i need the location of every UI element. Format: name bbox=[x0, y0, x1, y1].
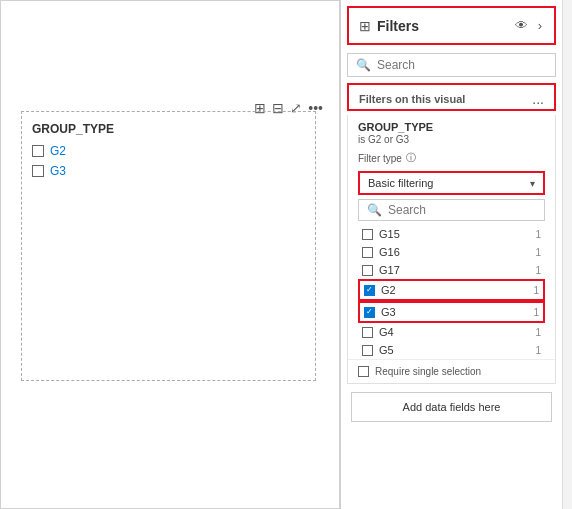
search-icon: 🔍 bbox=[356, 58, 371, 72]
inner-search-bar[interactable]: 🔍 bbox=[358, 199, 545, 221]
filter-item-count: 1 bbox=[535, 229, 541, 240]
filter-type-row: Filter type ⓘ bbox=[348, 147, 555, 169]
filter-item-checkbox[interactable] bbox=[362, 229, 373, 240]
filter-item-checkbox[interactable] bbox=[362, 247, 373, 258]
item-label-g3: G3 bbox=[50, 164, 66, 178]
filter-item-count: 1 bbox=[535, 247, 541, 258]
filter-type-label: Filter type bbox=[358, 153, 402, 164]
filter-item-count: 1 bbox=[535, 327, 541, 338]
filter-field-name: GROUP_TYPE bbox=[358, 121, 545, 133]
section-more-btn[interactable]: ... bbox=[532, 91, 544, 107]
filter-item-name: G4 bbox=[379, 326, 394, 338]
filters-title: Filters bbox=[377, 18, 419, 34]
filter-type-dropdown-label: Basic filtering bbox=[368, 177, 433, 189]
filter-item-left: G5 bbox=[362, 344, 394, 356]
filters-header-icons: 👁 › bbox=[513, 16, 544, 35]
filter-item-name: G17 bbox=[379, 264, 400, 276]
filter-list-item[interactable]: G51 bbox=[358, 341, 545, 359]
filter-item-left: G3 bbox=[364, 306, 396, 318]
filter-list-item[interactable]: G171 bbox=[358, 261, 545, 279]
item-checkbox-g2[interactable] bbox=[32, 145, 44, 157]
arrow-icon-btn[interactable]: › bbox=[536, 16, 544, 35]
left-panel: ⊞ ⊟ ⤢ ••• GROUP_TYPE G2 G3 bbox=[0, 0, 340, 509]
item-checkbox-g3[interactable] bbox=[32, 165, 44, 177]
filter-items-list: G151G161G171G21G31G41G51 bbox=[358, 225, 545, 359]
filter-list-item[interactable]: G161 bbox=[358, 243, 545, 261]
filters-panel: ⊞ Filters 👁 › 🔍 Filters on this visual .… bbox=[340, 0, 562, 509]
filter-item-count: 1 bbox=[533, 285, 539, 296]
filter-field-value: is G2 or G3 bbox=[358, 134, 545, 145]
filter-list-item[interactable]: G21 bbox=[358, 279, 545, 301]
filter-type-dropdown[interactable]: Basic filtering ▾ bbox=[358, 171, 545, 195]
filter-item-left: G16 bbox=[362, 246, 400, 258]
filter-item-checkbox[interactable] bbox=[362, 327, 373, 338]
filter-item-name: G5 bbox=[379, 344, 394, 356]
filter-card-header: GROUP_TYPE is G2 or G3 bbox=[348, 115, 555, 147]
filter-list-item[interactable]: G41 bbox=[358, 323, 545, 341]
item-label-g2: G2 bbox=[50, 144, 66, 158]
filter-item-count: 1 bbox=[535, 265, 541, 276]
require-single-checkbox[interactable] bbox=[358, 366, 369, 377]
add-data-fields-btn[interactable]: Add data fields here bbox=[351, 392, 552, 422]
filter-item-checkbox[interactable] bbox=[362, 265, 373, 276]
section-label: Filters on this visual bbox=[359, 93, 465, 105]
top-search-input[interactable] bbox=[377, 58, 547, 72]
require-single-label: Require single selection bbox=[375, 366, 481, 377]
visual-field-name: GROUP_TYPE bbox=[32, 122, 305, 136]
filter-item-name: G3 bbox=[381, 306, 396, 318]
list-item[interactable]: G3 bbox=[32, 164, 305, 178]
top-search-bar[interactable]: 🔍 bbox=[347, 53, 556, 77]
filter-item-count: 1 bbox=[533, 307, 539, 318]
filter-type-info-icon: ⓘ bbox=[406, 151, 416, 165]
list-item[interactable]: G2 bbox=[32, 144, 305, 158]
filter-item-count: 1 bbox=[535, 345, 541, 356]
filter-list-item[interactable]: G31 bbox=[358, 301, 545, 323]
filters-title-row: ⊞ Filters bbox=[359, 18, 419, 34]
filter-item-left: G15 bbox=[362, 228, 400, 240]
filter-item-checkbox[interactable] bbox=[362, 345, 373, 356]
inner-search-icon: 🔍 bbox=[367, 203, 382, 217]
filter-item-left: G4 bbox=[362, 326, 394, 338]
filter-item-checkbox[interactable] bbox=[364, 307, 375, 318]
filter-item-name: G15 bbox=[379, 228, 400, 240]
filters-header: ⊞ Filters 👁 › bbox=[347, 6, 556, 45]
filter-item-checkbox[interactable] bbox=[364, 285, 375, 296]
chevron-down-icon: ▾ bbox=[530, 178, 535, 189]
visual-area: GROUP_TYPE G2 G3 bbox=[21, 111, 316, 381]
filter-item-name: G16 bbox=[379, 246, 400, 258]
filter-item-left: G2 bbox=[364, 284, 396, 296]
filter-item-left: G17 bbox=[362, 264, 400, 276]
filter-list-item[interactable]: G151 bbox=[358, 225, 545, 243]
inner-search-input[interactable] bbox=[388, 203, 536, 217]
filter-item-name: G2 bbox=[381, 284, 396, 296]
require-single-selection-row: Require single selection bbox=[348, 359, 555, 383]
filter-icon: ⊞ bbox=[359, 18, 371, 34]
filter-card: GROUP_TYPE is G2 or G3 Filter type ⓘ Bas… bbox=[347, 115, 556, 384]
filters-on-visual-header: Filters on this visual ... bbox=[347, 83, 556, 111]
eye-icon-btn[interactable]: 👁 bbox=[513, 16, 530, 35]
right-sidebar bbox=[562, 0, 572, 509]
